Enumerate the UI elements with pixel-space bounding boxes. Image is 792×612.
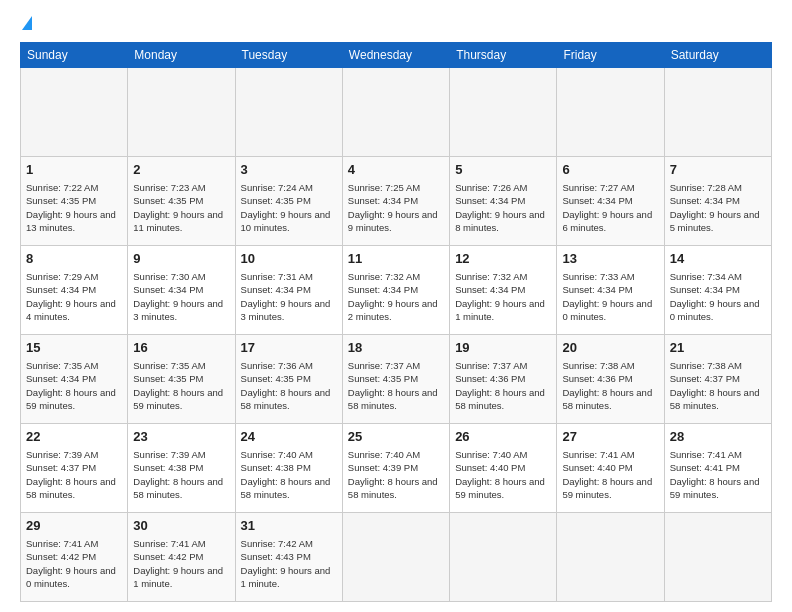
calendar-cell	[128, 68, 235, 157]
day-info: Sunrise: 7:38 AMSunset: 4:36 PMDaylight:…	[562, 360, 652, 411]
day-number: 16	[133, 339, 229, 357]
calendar-cell: 10Sunrise: 7:31 AMSunset: 4:34 PMDayligh…	[235, 246, 342, 335]
day-header-tuesday: Tuesday	[235, 43, 342, 68]
day-info: Sunrise: 7:41 AMSunset: 4:42 PMDaylight:…	[133, 538, 223, 589]
logo-text	[20, 16, 32, 32]
header	[20, 16, 772, 32]
calendar-cell: 3Sunrise: 7:24 AMSunset: 4:35 PMDaylight…	[235, 157, 342, 246]
calendar-cell: 24Sunrise: 7:40 AMSunset: 4:38 PMDayligh…	[235, 424, 342, 513]
day-number: 27	[562, 428, 658, 446]
day-number: 18	[348, 339, 444, 357]
day-info: Sunrise: 7:34 AMSunset: 4:34 PMDaylight:…	[670, 271, 760, 322]
day-number: 9	[133, 250, 229, 268]
calendar-cell	[450, 513, 557, 602]
calendar-cell: 29Sunrise: 7:41 AMSunset: 4:42 PMDayligh…	[21, 513, 128, 602]
day-info: Sunrise: 7:39 AMSunset: 4:38 PMDaylight:…	[133, 449, 223, 500]
day-number: 22	[26, 428, 122, 446]
calendar-cell: 2Sunrise: 7:23 AMSunset: 4:35 PMDaylight…	[128, 157, 235, 246]
day-info: Sunrise: 7:26 AMSunset: 4:34 PMDaylight:…	[455, 182, 545, 233]
calendar-week-row: 1Sunrise: 7:22 AMSunset: 4:35 PMDaylight…	[21, 157, 772, 246]
day-number: 5	[455, 161, 551, 179]
day-number: 31	[241, 517, 337, 535]
day-number: 25	[348, 428, 444, 446]
calendar-cell	[21, 68, 128, 157]
day-number: 13	[562, 250, 658, 268]
day-number: 12	[455, 250, 551, 268]
day-info: Sunrise: 7:41 AMSunset: 4:41 PMDaylight:…	[670, 449, 760, 500]
day-header-sunday: Sunday	[21, 43, 128, 68]
day-number: 2	[133, 161, 229, 179]
day-info: Sunrise: 7:38 AMSunset: 4:37 PMDaylight:…	[670, 360, 760, 411]
day-number: 6	[562, 161, 658, 179]
logo-icon	[22, 16, 32, 30]
calendar-week-row: 22Sunrise: 7:39 AMSunset: 4:37 PMDayligh…	[21, 424, 772, 513]
day-number: 8	[26, 250, 122, 268]
day-number: 11	[348, 250, 444, 268]
calendar-cell: 22Sunrise: 7:39 AMSunset: 4:37 PMDayligh…	[21, 424, 128, 513]
calendar-cell: 23Sunrise: 7:39 AMSunset: 4:38 PMDayligh…	[128, 424, 235, 513]
day-info: Sunrise: 7:40 AMSunset: 4:40 PMDaylight:…	[455, 449, 545, 500]
calendar-cell: 8Sunrise: 7:29 AMSunset: 4:34 PMDaylight…	[21, 246, 128, 335]
calendar-cell: 31Sunrise: 7:42 AMSunset: 4:43 PMDayligh…	[235, 513, 342, 602]
day-info: Sunrise: 7:32 AMSunset: 4:34 PMDaylight:…	[455, 271, 545, 322]
calendar-cell: 20Sunrise: 7:38 AMSunset: 4:36 PMDayligh…	[557, 335, 664, 424]
calendar-cell: 27Sunrise: 7:41 AMSunset: 4:40 PMDayligh…	[557, 424, 664, 513]
day-info: Sunrise: 7:42 AMSunset: 4:43 PMDaylight:…	[241, 538, 331, 589]
calendar-cell: 5Sunrise: 7:26 AMSunset: 4:34 PMDaylight…	[450, 157, 557, 246]
day-info: Sunrise: 7:24 AMSunset: 4:35 PMDaylight:…	[241, 182, 331, 233]
calendar-cell: 6Sunrise: 7:27 AMSunset: 4:34 PMDaylight…	[557, 157, 664, 246]
calendar-table: SundayMondayTuesdayWednesdayThursdayFrid…	[20, 42, 772, 602]
calendar-cell: 13Sunrise: 7:33 AMSunset: 4:34 PMDayligh…	[557, 246, 664, 335]
day-header-wednesday: Wednesday	[342, 43, 449, 68]
day-info: Sunrise: 7:33 AMSunset: 4:34 PMDaylight:…	[562, 271, 652, 322]
day-info: Sunrise: 7:27 AMSunset: 4:34 PMDaylight:…	[562, 182, 652, 233]
day-info: Sunrise: 7:22 AMSunset: 4:35 PMDaylight:…	[26, 182, 116, 233]
calendar-cell: 16Sunrise: 7:35 AMSunset: 4:35 PMDayligh…	[128, 335, 235, 424]
calendar-week-row	[21, 68, 772, 157]
calendar-cell	[342, 68, 449, 157]
day-info: Sunrise: 7:32 AMSunset: 4:34 PMDaylight:…	[348, 271, 438, 322]
day-info: Sunrise: 7:40 AMSunset: 4:39 PMDaylight:…	[348, 449, 438, 500]
day-header-friday: Friday	[557, 43, 664, 68]
day-header-thursday: Thursday	[450, 43, 557, 68]
day-info: Sunrise: 7:35 AMSunset: 4:34 PMDaylight:…	[26, 360, 116, 411]
day-number: 26	[455, 428, 551, 446]
day-number: 4	[348, 161, 444, 179]
day-info: Sunrise: 7:41 AMSunset: 4:40 PMDaylight:…	[562, 449, 652, 500]
day-info: Sunrise: 7:41 AMSunset: 4:42 PMDaylight:…	[26, 538, 116, 589]
calendar-cell	[450, 68, 557, 157]
calendar-cell	[557, 68, 664, 157]
day-number: 10	[241, 250, 337, 268]
logo	[20, 16, 32, 32]
day-info: Sunrise: 7:40 AMSunset: 4:38 PMDaylight:…	[241, 449, 331, 500]
calendar-cell	[664, 68, 771, 157]
calendar-cell: 9Sunrise: 7:30 AMSunset: 4:34 PMDaylight…	[128, 246, 235, 335]
calendar-cell	[342, 513, 449, 602]
day-header-monday: Monday	[128, 43, 235, 68]
day-number: 17	[241, 339, 337, 357]
day-info: Sunrise: 7:23 AMSunset: 4:35 PMDaylight:…	[133, 182, 223, 233]
calendar-cell: 28Sunrise: 7:41 AMSunset: 4:41 PMDayligh…	[664, 424, 771, 513]
day-header-saturday: Saturday	[664, 43, 771, 68]
day-info: Sunrise: 7:37 AMSunset: 4:35 PMDaylight:…	[348, 360, 438, 411]
day-info: Sunrise: 7:25 AMSunset: 4:34 PMDaylight:…	[348, 182, 438, 233]
calendar-header-row: SundayMondayTuesdayWednesdayThursdayFrid…	[21, 43, 772, 68]
day-number: 23	[133, 428, 229, 446]
calendar-cell: 12Sunrise: 7:32 AMSunset: 4:34 PMDayligh…	[450, 246, 557, 335]
calendar-cell	[557, 513, 664, 602]
calendar-cell: 1Sunrise: 7:22 AMSunset: 4:35 PMDaylight…	[21, 157, 128, 246]
day-info: Sunrise: 7:39 AMSunset: 4:37 PMDaylight:…	[26, 449, 116, 500]
calendar-cell: 15Sunrise: 7:35 AMSunset: 4:34 PMDayligh…	[21, 335, 128, 424]
day-info: Sunrise: 7:29 AMSunset: 4:34 PMDaylight:…	[26, 271, 116, 322]
day-info: Sunrise: 7:36 AMSunset: 4:35 PMDaylight:…	[241, 360, 331, 411]
day-number: 21	[670, 339, 766, 357]
day-info: Sunrise: 7:35 AMSunset: 4:35 PMDaylight:…	[133, 360, 223, 411]
day-number: 1	[26, 161, 122, 179]
day-number: 3	[241, 161, 337, 179]
calendar-cell: 18Sunrise: 7:37 AMSunset: 4:35 PMDayligh…	[342, 335, 449, 424]
calendar-week-row: 29Sunrise: 7:41 AMSunset: 4:42 PMDayligh…	[21, 513, 772, 602]
calendar-cell: 21Sunrise: 7:38 AMSunset: 4:37 PMDayligh…	[664, 335, 771, 424]
calendar-cell: 25Sunrise: 7:40 AMSunset: 4:39 PMDayligh…	[342, 424, 449, 513]
day-info: Sunrise: 7:28 AMSunset: 4:34 PMDaylight:…	[670, 182, 760, 233]
day-info: Sunrise: 7:37 AMSunset: 4:36 PMDaylight:…	[455, 360, 545, 411]
